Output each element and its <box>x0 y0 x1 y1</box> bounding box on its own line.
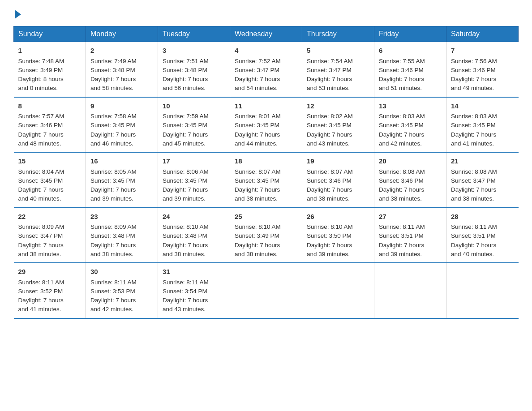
calendar-header: SundayMondayTuesdayWednesdayThursdayFrid… <box>14 26 519 42</box>
day-info: Sunrise: 7:54 AM Sunset: 3:47 PM Dayligh… <box>307 58 353 92</box>
day-number: 4 <box>235 46 297 56</box>
day-info: Sunrise: 8:10 AM Sunset: 3:49 PM Dayligh… <box>235 223 281 257</box>
calendar-cell: 28Sunrise: 8:11 AM Sunset: 3:51 PM Dayli… <box>446 208 519 263</box>
day-number: 21 <box>451 156 514 167</box>
day-number: 2 <box>90 46 153 56</box>
day-number: 24 <box>163 212 225 222</box>
calendar-cell: 6Sunrise: 7:55 AM Sunset: 3:46 PM Daylig… <box>374 42 446 97</box>
day-info: Sunrise: 8:11 AM Sunset: 3:52 PM Dayligh… <box>18 279 64 313</box>
day-info: Sunrise: 7:58 AM Sunset: 3:45 PM Dayligh… <box>90 113 137 147</box>
calendar-cell: 24Sunrise: 8:10 AM Sunset: 3:48 PM Dayli… <box>158 208 230 263</box>
calendar-cell: 5Sunrise: 7:54 AM Sunset: 3:47 PM Daylig… <box>302 42 374 97</box>
calendar-cell: 17Sunrise: 8:06 AM Sunset: 3:45 PM Dayli… <box>158 152 230 208</box>
calendar-cell: 14Sunrise: 8:03 AM Sunset: 3:45 PM Dayli… <box>446 97 519 153</box>
calendar-cell: 7Sunrise: 7:56 AM Sunset: 3:46 PM Daylig… <box>446 42 519 97</box>
day-info: Sunrise: 7:51 AM Sunset: 3:48 PM Dayligh… <box>163 58 209 92</box>
day-info: Sunrise: 8:01 AM Sunset: 3:45 PM Dayligh… <box>235 113 281 147</box>
calendar-cell: 16Sunrise: 8:05 AM Sunset: 3:45 PM Dayli… <box>86 152 158 208</box>
calendar-cell: 30Sunrise: 8:11 AM Sunset: 3:53 PM Dayli… <box>86 263 158 318</box>
day-info: Sunrise: 8:02 AM Sunset: 3:45 PM Dayligh… <box>307 113 353 147</box>
calendar-cell: 27Sunrise: 8:11 AM Sunset: 3:51 PM Dayli… <box>374 208 446 263</box>
day-info: Sunrise: 8:03 AM Sunset: 3:45 PM Dayligh… <box>379 113 425 147</box>
header-cell-wednesday: Wednesday <box>230 26 302 42</box>
day-info: Sunrise: 8:08 AM Sunset: 3:46 PM Dayligh… <box>379 168 425 202</box>
calendar-cell: 8Sunrise: 7:57 AM Sunset: 3:46 PM Daylig… <box>14 97 86 153</box>
week-row-3: 15Sunrise: 8:04 AM Sunset: 3:45 PM Dayli… <box>14 152 519 208</box>
calendar-cell: 31Sunrise: 8:11 AM Sunset: 3:54 PM Dayli… <box>158 263 230 318</box>
calendar-cell: 13Sunrise: 8:03 AM Sunset: 3:45 PM Dayli… <box>374 97 446 153</box>
day-number: 1 <box>18 46 82 56</box>
calendar-cell <box>446 263 519 318</box>
calendar-cell: 18Sunrise: 8:07 AM Sunset: 3:45 PM Dayli… <box>230 152 302 208</box>
day-info: Sunrise: 8:06 AM Sunset: 3:45 PM Dayligh… <box>163 168 209 202</box>
day-number: 11 <box>235 101 297 111</box>
header-cell-thursday: Thursday <box>302 26 374 42</box>
day-info: Sunrise: 7:59 AM Sunset: 3:45 PM Dayligh… <box>163 113 209 147</box>
calendar-cell: 4Sunrise: 7:52 AM Sunset: 3:47 PM Daylig… <box>230 42 302 97</box>
calendar-cell: 26Sunrise: 8:10 AM Sunset: 3:50 PM Dayli… <box>302 208 374 263</box>
day-number: 30 <box>90 267 153 277</box>
day-number: 22 <box>18 212 82 222</box>
week-row-2: 8Sunrise: 7:57 AM Sunset: 3:46 PM Daylig… <box>14 97 519 153</box>
calendar-cell <box>374 263 446 318</box>
calendar-cell: 9Sunrise: 7:58 AM Sunset: 3:45 PM Daylig… <box>86 97 158 153</box>
day-info: Sunrise: 8:08 AM Sunset: 3:47 PM Dayligh… <box>451 168 497 202</box>
day-number: 5 <box>307 46 369 56</box>
day-number: 20 <box>379 156 442 167</box>
logo <box>13 9 21 17</box>
calendar-cell <box>302 263 374 318</box>
header-cell-tuesday: Tuesday <box>158 26 230 42</box>
calendar-cell: 19Sunrise: 8:07 AM Sunset: 3:46 PM Dayli… <box>302 152 374 208</box>
day-number: 17 <box>163 156 225 167</box>
day-info: Sunrise: 8:10 AM Sunset: 3:50 PM Dayligh… <box>307 223 353 257</box>
calendar-cell: 23Sunrise: 8:09 AM Sunset: 3:48 PM Dayli… <box>86 208 158 263</box>
day-number: 10 <box>163 101 225 111</box>
logo-arrow-icon <box>15 10 21 19</box>
day-number: 29 <box>18 267 82 277</box>
day-number: 15 <box>18 156 82 167</box>
calendar-table: SundayMondayTuesdayWednesdayThursdayFrid… <box>13 26 519 319</box>
calendar-cell: 15Sunrise: 8:04 AM Sunset: 3:45 PM Dayli… <box>14 152 86 208</box>
calendar-cell: 25Sunrise: 8:10 AM Sunset: 3:49 PM Dayli… <box>230 208 302 263</box>
day-number: 9 <box>90 101 153 111</box>
day-info: Sunrise: 8:11 AM Sunset: 3:54 PM Dayligh… <box>163 279 209 313</box>
day-number: 8 <box>18 101 82 111</box>
day-number: 18 <box>235 156 297 167</box>
day-number: 25 <box>235 212 297 222</box>
header-cell-monday: Monday <box>86 26 158 42</box>
day-info: Sunrise: 8:07 AM Sunset: 3:45 PM Dayligh… <box>235 168 281 202</box>
day-info: Sunrise: 8:11 AM Sunset: 3:51 PM Dayligh… <box>451 223 497 257</box>
calendar-cell: 12Sunrise: 8:02 AM Sunset: 3:45 PM Dayli… <box>302 97 374 153</box>
week-row-4: 22Sunrise: 8:09 AM Sunset: 3:47 PM Dayli… <box>14 208 519 263</box>
day-info: Sunrise: 7:48 AM Sunset: 3:49 PM Dayligh… <box>18 58 64 92</box>
day-info: Sunrise: 7:52 AM Sunset: 3:47 PM Dayligh… <box>235 58 281 92</box>
header-row: SundayMondayTuesdayWednesdayThursdayFrid… <box>14 26 519 42</box>
day-info: Sunrise: 7:57 AM Sunset: 3:46 PM Dayligh… <box>18 113 64 147</box>
calendar-cell: 11Sunrise: 8:01 AM Sunset: 3:45 PM Dayli… <box>230 97 302 153</box>
day-number: 7 <box>451 46 514 56</box>
day-info: Sunrise: 8:09 AM Sunset: 3:47 PM Dayligh… <box>18 223 64 257</box>
day-info: Sunrise: 7:56 AM Sunset: 3:46 PM Dayligh… <box>451 58 497 92</box>
calendar-cell: 20Sunrise: 8:08 AM Sunset: 3:46 PM Dayli… <box>374 152 446 208</box>
day-info: Sunrise: 8:04 AM Sunset: 3:45 PM Dayligh… <box>18 168 64 202</box>
day-info: Sunrise: 8:07 AM Sunset: 3:46 PM Dayligh… <box>307 168 353 202</box>
calendar-cell: 3Sunrise: 7:51 AM Sunset: 3:48 PM Daylig… <box>158 42 230 97</box>
calendar-cell: 1Sunrise: 7:48 AM Sunset: 3:49 PM Daylig… <box>14 42 86 97</box>
day-info: Sunrise: 7:49 AM Sunset: 3:48 PM Dayligh… <box>90 58 137 92</box>
calendar-cell: 2Sunrise: 7:49 AM Sunset: 3:48 PM Daylig… <box>86 42 158 97</box>
week-row-5: 29Sunrise: 8:11 AM Sunset: 3:52 PM Dayli… <box>14 263 519 318</box>
day-number: 3 <box>163 46 225 56</box>
day-number: 27 <box>379 212 442 222</box>
day-info: Sunrise: 7:55 AM Sunset: 3:46 PM Dayligh… <box>379 58 425 92</box>
calendar-cell: 29Sunrise: 8:11 AM Sunset: 3:52 PM Dayli… <box>14 263 86 318</box>
day-number: 16 <box>90 156 153 167</box>
page-header <box>13 9 519 17</box>
header-cell-friday: Friday <box>374 26 446 42</box>
day-info: Sunrise: 8:11 AM Sunset: 3:51 PM Dayligh… <box>379 223 425 257</box>
day-number: 28 <box>451 212 514 222</box>
day-info: Sunrise: 8:05 AM Sunset: 3:45 PM Dayligh… <box>90 168 137 202</box>
header-cell-saturday: Saturday <box>446 26 519 42</box>
day-number: 12 <box>307 101 369 111</box>
day-number: 14 <box>451 101 514 111</box>
day-number: 6 <box>379 46 442 56</box>
